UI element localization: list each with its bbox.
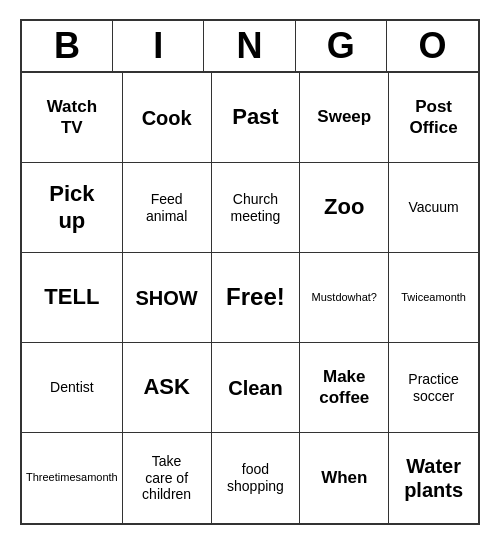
bingo-cell: Cook: [123, 73, 212, 163]
bingo-cell: Free!: [212, 253, 301, 343]
bingo-cell: Watch TV: [22, 73, 123, 163]
bingo-cell: food shopping: [212, 433, 301, 523]
cell-text: food shopping: [227, 461, 284, 495]
bingo-cell: Pick up: [22, 163, 123, 253]
bingo-cell: Dentist: [22, 343, 123, 433]
bingo-cell: Make coffee: [300, 343, 389, 433]
bingo-card: BINGO Watch TVCookPastSweepPost OfficePi…: [20, 19, 480, 525]
bingo-cell: Water plants: [389, 433, 478, 523]
cell-text: Pick up: [49, 181, 94, 234]
cell-text: TELL: [44, 284, 99, 310]
cell-text: When: [321, 468, 367, 488]
cell-text: Past: [232, 104, 278, 130]
bingo-cell: Past: [212, 73, 301, 163]
bingo-cell: Take care of children: [123, 433, 212, 523]
bingo-cell: Zoo: [300, 163, 389, 253]
cell-text: Dentist: [50, 379, 94, 396]
bingo-cell: Sweep: [300, 73, 389, 163]
cell-text: Free!: [226, 283, 285, 312]
bingo-cell: TELL: [22, 253, 123, 343]
header-letter: N: [204, 21, 295, 71]
bingo-cell: Practice soccer: [389, 343, 478, 433]
cell-text: Zoo: [324, 194, 364, 220]
header-letter: B: [22, 21, 113, 71]
cell-text: Take care of children: [142, 453, 191, 503]
cell-text: Sweep: [317, 107, 371, 127]
cell-text: Practice soccer: [408, 371, 459, 405]
header-letter: O: [387, 21, 478, 71]
cell-text: Cook: [142, 106, 192, 130]
bingo-cell: Twiceamonth: [389, 253, 478, 343]
cell-text: Post Office: [409, 97, 457, 138]
cell-text: Make coffee: [319, 367, 369, 408]
header-letter: I: [113, 21, 204, 71]
cell-text: Feed animal: [146, 191, 187, 225]
header-letter: G: [296, 21, 387, 71]
cell-text: ASK: [143, 374, 189, 400]
bingo-cell: SHOW: [123, 253, 212, 343]
cell-text: Twiceamonth: [401, 291, 466, 304]
bingo-cell: Vacuum: [389, 163, 478, 253]
cell-text: Threetimesamonth: [26, 471, 118, 484]
bingo-cell: Church meeting: [212, 163, 301, 253]
bingo-cell: Post Office: [389, 73, 478, 163]
cell-text: Watch TV: [47, 97, 97, 138]
bingo-grid: Watch TVCookPastSweepPost OfficePick upF…: [22, 73, 478, 523]
bingo-cell: Clean: [212, 343, 301, 433]
cell-text: SHOW: [136, 286, 198, 310]
cell-text: Church meeting: [231, 191, 281, 225]
cell-text: Mustdowhat?: [312, 291, 377, 304]
bingo-header: BINGO: [22, 21, 478, 73]
bingo-cell: Mustdowhat?: [300, 253, 389, 343]
bingo-cell: When: [300, 433, 389, 523]
cell-text: Vacuum: [408, 199, 458, 216]
bingo-cell: Threetimesamonth: [22, 433, 123, 523]
cell-text: Clean: [228, 376, 282, 400]
bingo-cell: Feed animal: [123, 163, 212, 253]
cell-text: Water plants: [404, 454, 463, 502]
bingo-cell: ASK: [123, 343, 212, 433]
